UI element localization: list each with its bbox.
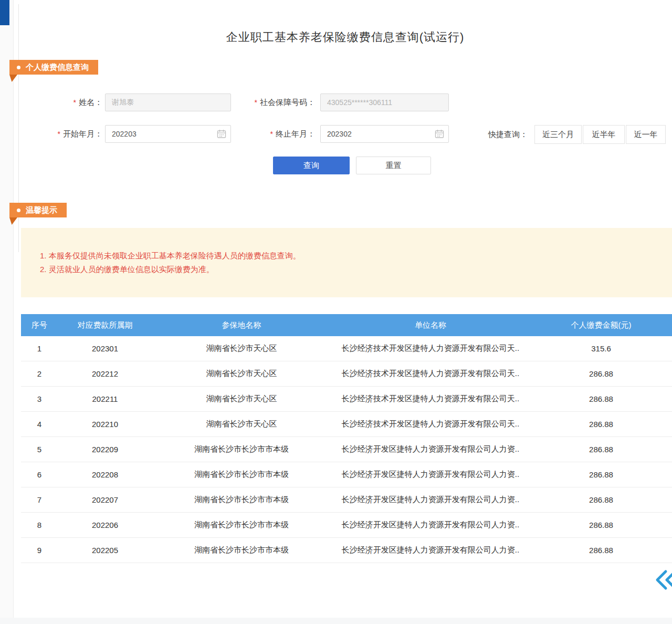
start-month-label: *开始年月： [45, 125, 102, 143]
cell-seq: 2 [21, 369, 58, 378]
cell-seq: 3 [21, 394, 58, 403]
cell-seq: 5 [21, 445, 58, 454]
cell-company: 长沙经济开发区捷特人力资源开发有限公司人力资.. [331, 495, 530, 505]
cell-seq: 9 [21, 546, 58, 555]
cell-seq: 6 [21, 470, 58, 479]
cell-area: 湖南省长沙市长沙市市本级 [152, 444, 331, 454]
cell-area: 湖南省长沙市长沙市市本级 [152, 470, 331, 480]
calendar-icon[interactable] [435, 129, 444, 139]
cell-amount: 286.88 [530, 420, 672, 429]
double-left-chevron-icon[interactable] [655, 568, 672, 591]
tips-line: 2. 灵活就业人员的缴费单位信息以实际缴费为准。 [40, 263, 672, 276]
reset-button[interactable]: 重置 [356, 157, 431, 174]
name-label: *姓名： [45, 93, 102, 111]
table-header-row: 序号 对应费款所属期 参保地名称 单位名称 个人缴费金额(元) [21, 314, 672, 336]
cell-company: 长沙经济技术开发区捷特人力资源开发有限公司天.. [331, 419, 530, 429]
table-body: 1 202301 湖南省长沙市天心区 长沙经济技术开发区捷特人力资源开发有限公司… [21, 336, 672, 563]
table-row: 9 202205 湖南省长沙市长沙市市本级 长沙经济开发区捷特人力资源开发有限公… [21, 538, 672, 563]
cell-company: 长沙经济开发区捷特人力资源开发有限公司人力资.. [331, 545, 530, 555]
cell-amount: 286.88 [530, 546, 672, 555]
cell-seq: 1 [21, 344, 58, 353]
cell-company: 长沙经济技术开发区捷特人力资源开发有限公司天.. [331, 369, 530, 379]
cell-area: 湖南省长沙市天心区 [152, 369, 331, 379]
cell-period: 202205 [58, 546, 152, 555]
cell-seq: 4 [21, 420, 58, 429]
quick-last-half-year-button[interactable]: 近半年 [583, 125, 625, 144]
required-asterisk: * [58, 130, 60, 138]
tips-line: 1. 本服务仅提供尚未领取企业职工基本养老保险待遇人员的缴费信息查询。 [40, 249, 672, 263]
cell-amount: 286.88 [530, 521, 672, 529]
cell-area: 湖南省长沙市长沙市市本级 [152, 520, 331, 530]
quick-last-year-button[interactable]: 近一年 [626, 125, 666, 144]
cell-area: 湖南省长沙市天心区 [152, 419, 331, 429]
header-seq: 序号 [21, 320, 58, 330]
cell-company: 长沙经济技术开发区捷特人力资源开发有限公司天.. [331, 344, 530, 353]
table-row: 7 202207 湖南省长沙市长沙市市本级 长沙经济开发区捷特人力资源开发有限公… [21, 487, 672, 513]
cell-period: 202210 [58, 420, 152, 429]
end-month-field[interactable] [320, 125, 449, 143]
cell-period: 202206 [58, 521, 152, 529]
required-asterisk: * [255, 98, 257, 107]
cell-seq: 7 [21, 495, 58, 504]
ssn-field [320, 93, 449, 111]
cell-company: 长沙经济开发区捷特人力资源开发有限公司人力资.. [331, 444, 530, 454]
left-gutter [0, 0, 14, 624]
section-header-tips: 温馨提示 [9, 203, 67, 217]
cell-amount: 315.6 [530, 344, 672, 353]
cell-period: 202208 [58, 470, 152, 479]
ssn-label: *社会保障号码： [236, 93, 315, 111]
cell-amount: 286.88 [530, 369, 672, 378]
end-month-wrap [320, 125, 449, 143]
corner-tab [0, 0, 9, 25]
header-amount: 个人缴费金额(元) [530, 320, 672, 330]
required-asterisk: * [270, 130, 273, 138]
cell-area: 湖南省长沙市天心区 [152, 344, 331, 353]
cell-period: 202209 [58, 445, 152, 454]
bottom-strip [0, 618, 672, 624]
header-area: 参保地名称 [152, 320, 331, 330]
quick-query-label: 快捷查询： [488, 125, 528, 144]
bullet-dot-icon [17, 66, 20, 69]
cell-period: 202207 [58, 495, 152, 504]
cell-amount: 286.88 [530, 495, 672, 504]
section-header-query-label: 个人缴费信息查询 [26, 63, 89, 72]
results-table: 序号 对应费款所属期 参保地名称 单位名称 个人缴费金额(元) 1 202301… [21, 314, 672, 563]
quick-last-3-months-button[interactable]: 近三个月 [534, 125, 582, 144]
table-row: 5 202209 湖南省长沙市长沙市市本级 长沙经济开发区捷特人力资源开发有限公… [21, 437, 672, 462]
table-row: 8 202206 湖南省长沙市长沙市市本级 长沙经济开发区捷特人力资源开发有限公… [21, 513, 672, 538]
tips-notice-box: 1. 本服务仅提供尚未领取企业职工基本养老保险待遇人员的缴费信息查询。 2. 灵… [21, 228, 672, 297]
table-row: 2 202212 湖南省长沙市天心区 长沙经济技术开发区捷特人力资源开发有限公司… [21, 361, 672, 387]
page: 企业职工基本养老保险缴费信息查询(试运行) 个人缴费信息查询 *姓名： *社会保… [0, 0, 672, 624]
cell-area: 湖南省长沙市长沙市市本级 [152, 495, 331, 505]
calendar-icon[interactable] [217, 129, 226, 139]
header-company: 单位名称 [331, 320, 530, 330]
cell-amount: 286.88 [530, 394, 672, 403]
cell-period: 202211 [58, 394, 152, 403]
end-month-label: *终止年月： [257, 125, 315, 143]
cell-amount: 286.88 [530, 445, 672, 454]
table-row: 3 202211 湖南省长沙市天心区 长沙经济技术开发区捷特人力资源开发有限公司… [21, 387, 672, 412]
section-header-query: 个人缴费信息查询 [9, 60, 98, 75]
page-title: 企业职工基本养老保险缴费信息查询(试运行) [18, 29, 672, 45]
cell-amount: 286.88 [530, 470, 672, 479]
cell-company: 长沙经济技术开发区捷特人力资源开发有限公司天.. [331, 394, 530, 404]
header-period: 对应费款所属期 [58, 320, 152, 330]
start-month-field[interactable] [105, 125, 231, 143]
cell-period: 202301 [58, 344, 152, 353]
cell-company: 长沙经济开发区捷特人力资源开发有限公司人力资.. [331, 520, 530, 530]
cell-period: 202212 [58, 369, 152, 378]
start-month-wrap [105, 125, 231, 143]
cell-company: 长沙经济开发区捷特人力资源开发有限公司人力资.. [331, 470, 530, 480]
table-row: 4 202210 湖南省长沙市天心区 长沙经济技术开发区捷特人力资源开发有限公司… [21, 412, 672, 437]
required-asterisk: * [74, 98, 76, 107]
cell-seq: 8 [21, 521, 58, 529]
query-button[interactable]: 查询 [273, 157, 350, 174]
table-row: 6 202208 湖南省长沙市长沙市市本级 长沙经济开发区捷特人力资源开发有限公… [21, 462, 672, 487]
section-header-tips-label: 温馨提示 [26, 205, 57, 215]
table-row: 1 202301 湖南省长沙市天心区 长沙经济技术开发区捷特人力资源开发有限公司… [21, 336, 672, 361]
name-field [105, 93, 231, 111]
cell-area: 湖南省长沙市长沙市市本级 [152, 545, 331, 555]
cell-area: 湖南省长沙市天心区 [152, 394, 331, 404]
bullet-dot-icon [17, 209, 20, 212]
